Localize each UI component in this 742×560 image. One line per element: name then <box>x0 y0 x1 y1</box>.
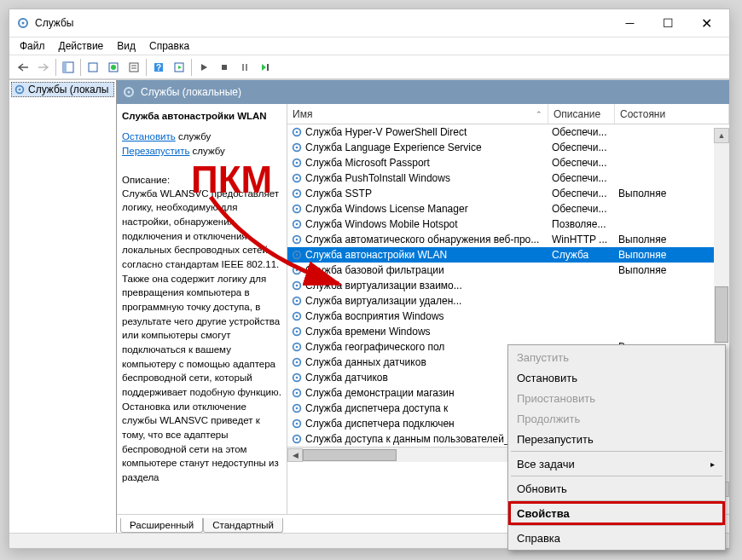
row-state: Выполняе <box>615 234 729 245</box>
tree-item-label: Службы (локалы <box>28 84 108 95</box>
row-desc: Позволяе... <box>548 218 615 230</box>
show-hide-button[interactable] <box>58 57 78 78</box>
ctx-properties[interactable]: Свойства <box>510 503 723 523</box>
service-row[interactable]: Служба Microsoft PassportОбеспечи... <box>287 155 729 170</box>
ctx-help[interactable]: Справка <box>510 528 723 548</box>
help-button[interactable]: ? <box>148 57 169 78</box>
hscroll-thumb[interactable] <box>303 449 397 461</box>
service-row[interactable]: Служба базовой фильтрацииВыполняе <box>287 263 729 278</box>
vscroll-thumb[interactable] <box>715 286 728 343</box>
ctx-continue: Продолжить <box>510 408 723 429</box>
row-desc: Обеспечи... <box>548 126 615 138</box>
svg-rect-13 <box>222 65 227 70</box>
service-row[interactable]: Служба виртуализации удален... <box>287 293 729 309</box>
restart-link[interactable]: Перезапустить <box>122 146 189 156</box>
column-headers: Имя⌃ Описание Состояни <box>287 104 729 124</box>
row-name: Служба SSTP <box>305 188 372 199</box>
row-desc: Обеспечи... <box>548 157 615 169</box>
tab-standard[interactable]: Стандартный <box>203 518 283 533</box>
svg-point-48 <box>296 331 299 333</box>
gear-icon <box>291 141 303 153</box>
svg-point-24 <box>296 147 299 149</box>
tree-pane[interactable]: Службы (локалы <box>9 80 117 533</box>
row-state: Выполняе <box>615 188 729 199</box>
menu-view[interactable]: Вид <box>110 38 142 54</box>
gear-icon <box>291 234 303 245</box>
gear-icon <box>122 85 136 99</box>
svg-point-42 <box>296 285 299 287</box>
toolbar: ? <box>9 55 729 79</box>
maximize-button[interactable]: ☐ <box>649 10 687 36</box>
minimize-button[interactable]: ─ <box>611 10 649 36</box>
restart-button[interactable] <box>255 57 275 78</box>
window-title: Службы <box>35 17 611 29</box>
row-name: Служба диспетчера доступа к <box>305 402 448 414</box>
titlebar[interactable]: Службы ─ ☐ ✕ <box>9 9 729 37</box>
service-row[interactable]: Служба восприятия Windows <box>287 309 729 324</box>
service-row[interactable]: Служба автоматического обнаружения веб-п… <box>287 232 729 247</box>
row-state: Выполняе <box>615 264 729 276</box>
svg-point-36 <box>296 239 299 241</box>
gear-icon <box>291 157 303 169</box>
ctx-refresh[interactable]: Обновить <box>510 478 723 499</box>
row-name: Служба автонастройки WLAN <box>305 249 447 261</box>
service-row[interactable]: Служба автонастройки WLANСлужбаВыполняе <box>287 247 729 263</box>
play-button[interactable] <box>194 57 214 78</box>
service-row[interactable]: Служба Windows License ManagerОбеспечи..… <box>287 201 729 216</box>
col-name[interactable]: Имя⌃ <box>287 104 548 124</box>
ctx-stop[interactable]: Остановить <box>510 367 723 388</box>
client-area: Службы (локалы Службы (локальные) Служба… <box>9 79 729 533</box>
service-row[interactable]: Служба времени Windows <box>287 324 729 339</box>
pause-button[interactable] <box>235 57 255 78</box>
row-name: Служба диспетчера подключен <box>305 418 455 430</box>
forward-button[interactable] <box>33 57 54 78</box>
sort-asc-icon: ⌃ <box>536 110 542 118</box>
row-name: Служба PushToInstall Windows <box>305 172 450 184</box>
row-name: Служба данных датчиков <box>305 356 426 368</box>
scroll-left-icon[interactable]: ◀ <box>287 448 303 462</box>
ctx-restart[interactable]: Перезапустить <box>510 429 723 449</box>
gear-icon <box>291 218 303 230</box>
gear-icon <box>291 326 303 338</box>
row-name: Служба автоматического обнаружения веб-п… <box>305 234 539 245</box>
svg-point-56 <box>296 392 299 395</box>
service-row[interactable]: Служба PushToInstall WindowsОбеспечи... <box>287 170 729 186</box>
row-name: Служба Windows License Manager <box>305 203 468 215</box>
svg-point-52 <box>296 361 299 364</box>
desc-label: Описание: <box>122 175 281 185</box>
svg-rect-16 <box>267 64 269 71</box>
svg-rect-14 <box>242 64 244 71</box>
close-button[interactable]: ✕ <box>687 10 726 36</box>
action-button[interactable] <box>169 57 189 78</box>
svg-rect-4 <box>89 63 97 72</box>
stop-button[interactable] <box>214 57 235 78</box>
tree-item-services[interactable]: Службы (локалы <box>11 82 114 97</box>
ctx-all-tasks[interactable]: Все задачи <box>510 453 723 474</box>
col-description[interactable]: Описание <box>548 104 615 124</box>
service-row[interactable]: Служба Hyper-V PowerShell DirectОбеспечи… <box>287 124 729 140</box>
service-row[interactable]: Служба виртуализации взаимо... <box>287 278 729 293</box>
gear-icon <box>291 418 303 430</box>
menu-help[interactable]: Справка <box>142 38 196 54</box>
svg-text:?: ? <box>156 63 161 72</box>
svg-rect-3 <box>63 62 67 72</box>
export-button[interactable] <box>83 57 103 78</box>
list-header-bar: Службы (локальные) <box>117 80 729 104</box>
refresh-button[interactable] <box>103 57 124 78</box>
menu-action[interactable]: Действие <box>52 38 111 54</box>
svg-point-32 <box>296 208 299 211</box>
service-row[interactable]: Служба Windows Mobile HotspotПозволяе... <box>287 216 729 232</box>
menu-file[interactable]: Файл <box>13 38 52 54</box>
col-state[interactable]: Состояни <box>615 104 729 124</box>
stop-link[interactable]: Остановить <box>122 131 176 141</box>
service-row[interactable]: Служба SSTPОбеспечи...Выполняе <box>287 186 729 201</box>
svg-point-28 <box>296 177 299 180</box>
scroll-up-icon[interactable]: ▲ <box>714 128 729 143</box>
service-row[interactable]: Служба Language Experience ServiceОбеспе… <box>287 140 729 155</box>
desc-text: Служба WLANSVC предоставляет логику, нео… <box>122 187 281 485</box>
row-name: Служба Windows Mobile Hotspot <box>305 218 458 230</box>
tab-expanded[interactable]: Расширенный <box>120 518 203 533</box>
back-button[interactable] <box>13 57 33 78</box>
svg-rect-7 <box>130 63 138 72</box>
props-button[interactable] <box>124 57 144 78</box>
